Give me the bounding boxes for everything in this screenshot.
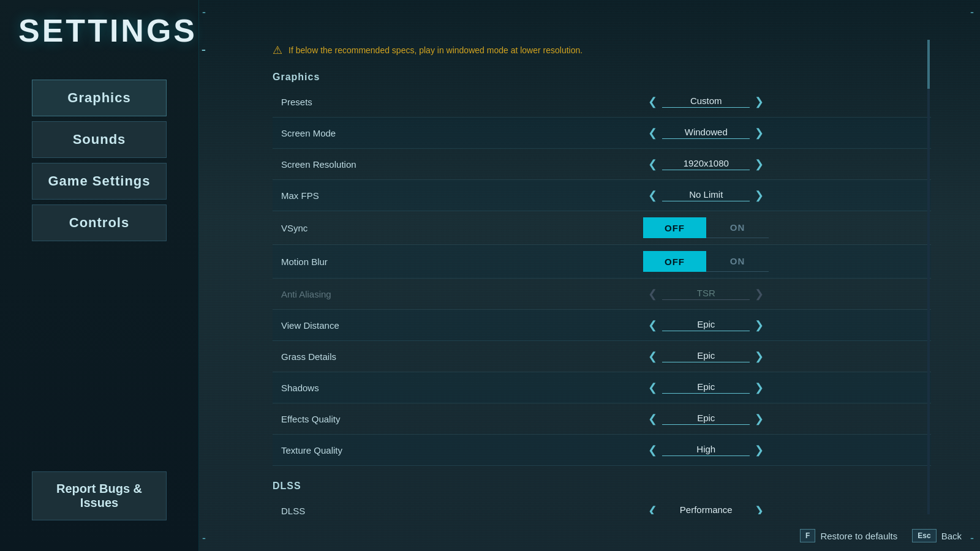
- anti-aliasing-value: TSR: [662, 288, 750, 300]
- presets-right-arrow[interactable]: ❯: [750, 92, 769, 111]
- back-label: Back: [941, 531, 962, 541]
- dlss-value: Performance: [662, 504, 750, 514]
- grass-details-label: Grass Details: [273, 341, 635, 372]
- view-distance-control: ❮ Epic ❯: [643, 316, 769, 334]
- bottom-bar: F Restore to defaults Esc Back: [398, 520, 980, 551]
- table-row: Screen Resolution ❮ 1920x1080 ❯: [273, 149, 931, 180]
- grass-details-control: ❮ Epic ❯: [643, 347, 769, 365]
- anti-aliasing-right-arrow[interactable]: ❯: [750, 285, 769, 303]
- presets-selector: ❮ Custom ❯: [643, 92, 769, 111]
- screen-mode-left-arrow[interactable]: ❮: [643, 124, 662, 142]
- effects-quality-right-arrow[interactable]: ❯: [750, 410, 769, 428]
- texture-quality-left-arrow[interactable]: ❮: [643, 441, 662, 459]
- screen-mode-right-arrow[interactable]: ❯: [750, 124, 769, 142]
- shadows-value: Epic: [662, 381, 750, 394]
- settings-content[interactable]: ⚠ If below the recommended specs, play i…: [273, 40, 931, 514]
- table-row: Shadows ❮ Epic ❯: [273, 372, 931, 403]
- shadows-left-arrow[interactable]: ❮: [643, 378, 662, 397]
- max-fps-left-arrow[interactable]: ❮: [643, 186, 662, 204]
- warning-notice: ⚠ If below the recommended specs, play i…: [273, 40, 931, 61]
- max-fps-value: No Limit: [662, 189, 750, 201]
- dlss-right-arrow[interactable]: ❯: [750, 501, 769, 514]
- corner-bl-decoration: -: [202, 532, 206, 545]
- table-row: DLSS ❮ Performance ❯: [273, 495, 931, 514]
- presets-left-arrow[interactable]: ❮: [643, 92, 662, 111]
- screen-resolution-right-arrow[interactable]: ❯: [750, 155, 769, 173]
- vsync-on-button[interactable]: ON: [706, 217, 769, 238]
- grass-details-left-arrow[interactable]: ❮: [643, 347, 662, 365]
- report-bugs-button[interactable]: Report Bugs & Issues: [32, 471, 167, 520]
- effects-quality-value: Epic: [662, 413, 750, 425]
- motion-blur-on-button[interactable]: ON: [706, 251, 769, 272]
- graphics-section-header: Graphics: [273, 72, 931, 83]
- view-distance-right-arrow[interactable]: ❯: [750, 316, 769, 334]
- vsync-toggle: OFF ON: [643, 217, 769, 238]
- shadows-selector: ❮ Epic ❯: [643, 378, 769, 397]
- corner-tr-decoration: -: [970, 6, 974, 19]
- anti-aliasing-selector: ❮ TSR ❯: [643, 285, 769, 303]
- view-distance-selector: ❮ Epic ❯: [643, 316, 769, 334]
- presets-control: ❮ Custom ❯: [643, 92, 769, 111]
- graphics-table: Presets ❮ Custom ❯ Screen Mode ❮: [273, 86, 931, 466]
- anti-aliasing-label: Anti Aliasing: [273, 279, 635, 310]
- sidebar: SETTINGS - Graphics Sounds Game Settings…: [0, 0, 199, 551]
- grass-details-right-arrow[interactable]: ❯: [750, 347, 769, 365]
- motion-blur-off-button[interactable]: OFF: [643, 251, 706, 272]
- table-row: Presets ❮ Custom ❯: [273, 86, 931, 118]
- sidebar-item-game-settings[interactable]: Game Settings: [32, 163, 167, 200]
- vsync-off-button[interactable]: OFF: [643, 217, 706, 238]
- shadows-right-arrow[interactable]: ❯: [750, 378, 769, 397]
- presets-value: Custom: [662, 96, 750, 108]
- sidebar-item-sounds[interactable]: Sounds: [32, 121, 167, 158]
- restore-key-badge[interactable]: F: [800, 529, 815, 542]
- nav-buttons: Graphics Sounds Game Settings Controls: [32, 80, 167, 241]
- vsync-control: OFF ON: [643, 217, 769, 238]
- max-fps-control: ❮ No Limit ❯: [643, 186, 769, 204]
- anti-aliasing-left-arrow[interactable]: ❮: [643, 285, 662, 303]
- screen-resolution-selector: ❮ 1920x1080 ❯: [643, 155, 769, 173]
- sidebar-item-graphics[interactable]: Graphics: [32, 80, 167, 116]
- screen-mode-selector: ❮ Windowed ❯: [643, 124, 769, 142]
- table-row: Screen Mode ❮ Windowed ❯: [273, 118, 931, 149]
- dlss-label: DLSS: [273, 495, 635, 514]
- dlss-left-arrow[interactable]: ❮: [643, 501, 662, 514]
- screen-mode-control: ❮ Windowed ❯: [643, 124, 769, 142]
- sidebar-item-controls[interactable]: Controls: [32, 204, 167, 241]
- warning-icon: ⚠: [273, 43, 282, 57]
- effects-quality-label: Effects Quality: [273, 403, 635, 435]
- effects-quality-control: ❮ Epic ❯: [643, 410, 769, 428]
- warning-text: If below the recommended specs, play in …: [288, 45, 582, 55]
- texture-quality-right-arrow[interactable]: ❯: [750, 441, 769, 459]
- view-distance-label: View Distance: [273, 310, 635, 341]
- shadows-label: Shadows: [273, 372, 635, 403]
- motion-blur-label: Motion Blur: [273, 245, 635, 279]
- corner-br-decoration: -: [970, 532, 974, 545]
- dlss-section-header: DLSS: [273, 481, 931, 492]
- max-fps-right-arrow[interactable]: ❯: [750, 186, 769, 204]
- effects-quality-left-arrow[interactable]: ❮: [643, 410, 662, 428]
- dlss-selector: ❮ Performance ❯: [643, 501, 769, 514]
- table-row: VSync OFF ON: [273, 211, 931, 245]
- screen-resolution-left-arrow[interactable]: ❮: [643, 155, 662, 173]
- back-key-badge[interactable]: Esc: [912, 529, 936, 542]
- scrollbar-thumb[interactable]: [927, 40, 930, 89]
- page-title: SETTINGS: [0, 12, 197, 49]
- max-fps-label: Max FPS: [273, 180, 635, 211]
- texture-quality-control: ❮ High ❯: [643, 441, 769, 459]
- shadows-control: ❮ Epic ❯: [643, 378, 769, 397]
- effects-quality-selector: ❮ Epic ❯: [643, 410, 769, 428]
- table-row: Anti Aliasing ❮ TSR ❯: [273, 279, 931, 310]
- restore-label: Restore to defaults: [820, 531, 897, 541]
- back-action: Esc Back: [912, 529, 962, 542]
- main-content: ⚠ If below the recommended specs, play i…: [199, 0, 980, 551]
- dlss-control: ❮ Performance ❯: [643, 501, 769, 514]
- screen-mode-value: Windowed: [662, 127, 750, 139]
- scrollbar-track: [927, 40, 930, 514]
- screen-mode-label: Screen Mode: [273, 118, 635, 149]
- max-fps-selector: ❮ No Limit ❯: [643, 186, 769, 204]
- corner-tl-decoration: -: [202, 6, 206, 19]
- motion-blur-control: OFF ON: [643, 251, 769, 272]
- presets-label: Presets: [273, 86, 635, 118]
- screen-resolution-control: ❮ 1920x1080 ❯: [643, 155, 769, 173]
- view-distance-left-arrow[interactable]: ❮: [643, 316, 662, 334]
